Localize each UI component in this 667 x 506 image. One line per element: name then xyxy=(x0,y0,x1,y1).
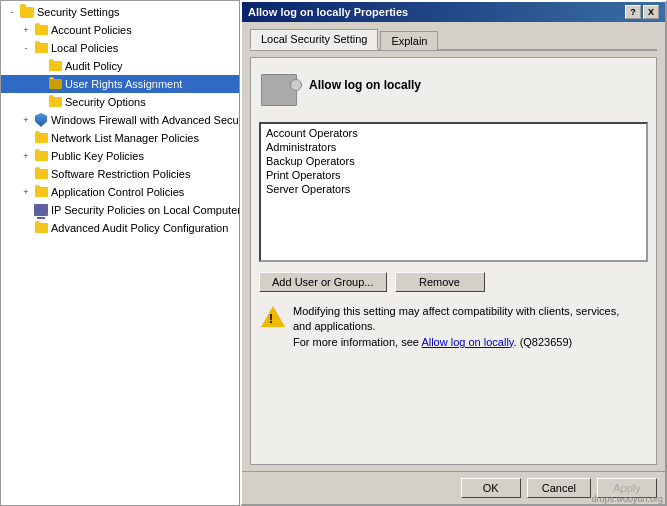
list-item[interactable]: Administrators xyxy=(263,140,644,154)
expander-audit xyxy=(33,59,47,73)
warning-area: Modifying this setting may affect compat… xyxy=(259,300,648,354)
expander-security-options xyxy=(33,95,47,109)
dialog-titlebar: Allow log on locally Properties ? X xyxy=(242,2,665,22)
tree-item-app-control[interactable]: + Application Control Policies xyxy=(1,183,239,201)
expander-security-settings[interactable]: - xyxy=(5,5,19,19)
tree-item-advanced-audit[interactable]: Advanced Audit Policy Configuration xyxy=(1,219,239,237)
expander-firewall[interactable]: + xyxy=(19,113,33,127)
add-user-group-button[interactable]: Add User or Group... xyxy=(259,272,387,292)
close-button[interactable]: X xyxy=(643,5,659,19)
folder-icon-software xyxy=(33,166,49,182)
ok-button[interactable]: OK xyxy=(461,478,521,498)
label-advanced-audit: Advanced Audit Policy Configuration xyxy=(51,222,228,234)
user-list[interactable]: Account Operators Administrators Backup … xyxy=(259,122,648,262)
tab-bar: Local Security Setting Explain xyxy=(250,28,657,51)
folder-icon-user-rights xyxy=(47,76,63,92)
tree-item-audit-policy[interactable]: Audit Policy xyxy=(1,57,239,75)
label-security-options: Security Options xyxy=(65,96,146,108)
label-account-policies: Account Policies xyxy=(51,24,132,36)
folder-icon-public-key xyxy=(33,148,49,164)
dialog-content: Local Security Setting Explain Allow log… xyxy=(242,22,665,471)
dialog-title: Allow log on locally Properties xyxy=(248,6,408,18)
tree-item-account-policies[interactable]: + Account Policies xyxy=(1,21,239,39)
tree-panel: - Security Settings + Account Policies -… xyxy=(0,0,240,506)
folder-icon-network xyxy=(33,130,49,146)
help-button[interactable]: ? xyxy=(625,5,641,19)
action-buttons: Add User or Group... Remove xyxy=(259,272,648,292)
policy-icon xyxy=(259,70,299,110)
label-windows-firewall: Windows Firewall with Advanced Security xyxy=(51,114,240,126)
expander-advanced-audit xyxy=(19,221,33,235)
tree-item-user-rights[interactable]: User Rights Assignment xyxy=(1,75,239,93)
tab-content-local-security: Allow log on locally Account Operators A… xyxy=(250,57,657,465)
label-user-rights: User Rights Assignment xyxy=(65,78,182,90)
list-item[interactable]: Print Operators xyxy=(263,168,644,182)
expander-local-policies[interactable]: - xyxy=(19,41,33,55)
list-item[interactable]: Account Operators xyxy=(263,126,644,140)
tab-explain[interactable]: Explain xyxy=(380,31,438,50)
warning-icon xyxy=(261,304,285,328)
warning-link[interactable]: Allow log on locally xyxy=(421,336,513,348)
tree-item-security-settings[interactable]: - Security Settings xyxy=(1,3,239,21)
tab-local-security[interactable]: Local Security Setting xyxy=(250,29,378,50)
list-item[interactable]: Server Operators xyxy=(263,182,644,196)
expander-ip-security xyxy=(19,203,33,217)
tree-item-security-options[interactable]: Security Options xyxy=(1,93,239,111)
label-app-control: Application Control Policies xyxy=(51,186,184,198)
label-security-settings: Security Settings xyxy=(37,6,120,18)
policy-icon-shape xyxy=(261,74,297,106)
folder-icon-local xyxy=(33,40,49,56)
cancel-button[interactable]: Cancel xyxy=(527,478,591,498)
shield-icon-firewall xyxy=(33,112,49,128)
label-public-key: Public Key Policies xyxy=(51,150,144,162)
dialog-title-buttons: ? X xyxy=(625,5,659,19)
list-item[interactable]: Backup Operators xyxy=(263,154,644,168)
watermark: drops.wooyun.org xyxy=(591,494,663,504)
folder-icon-audit xyxy=(47,58,63,74)
computer-icon-ip-security xyxy=(33,202,49,218)
policy-header: Allow log on locally xyxy=(259,66,648,114)
tree-item-public-key[interactable]: + Public Key Policies xyxy=(1,147,239,165)
expander-app-control[interactable]: + xyxy=(19,185,33,199)
folder-icon-security xyxy=(19,4,35,20)
tree-item-software-restriction[interactable]: Software Restriction Policies xyxy=(1,165,239,183)
expander-network xyxy=(19,131,33,145)
label-local-policies: Local Policies xyxy=(51,42,118,54)
folder-icon-app-control xyxy=(33,184,49,200)
expander-account-policies[interactable]: + xyxy=(19,23,33,37)
label-software-restriction: Software Restriction Policies xyxy=(51,168,190,180)
policy-name: Allow log on locally xyxy=(309,70,421,92)
label-network-list: Network List Manager Policies xyxy=(51,132,199,144)
remove-button[interactable]: Remove xyxy=(395,272,485,292)
properties-dialog: Allow log on locally Properties ? X Loca… xyxy=(240,0,667,506)
expander-software xyxy=(19,167,33,181)
folder-icon-account xyxy=(33,22,49,38)
label-ip-security: IP Security Policies on Local Computer xyxy=(51,204,240,216)
expander-public-key[interactable]: + xyxy=(19,149,33,163)
warning-text: Modifying this setting may affect compat… xyxy=(293,304,646,350)
tree-item-ip-security[interactable]: IP Security Policies on Local Computer xyxy=(1,201,239,219)
folder-icon-advanced-audit xyxy=(33,220,49,236)
expander-user-rights xyxy=(33,77,47,91)
folder-icon-security-options xyxy=(47,94,63,110)
tree-item-network-list[interactable]: Network List Manager Policies xyxy=(1,129,239,147)
warning-triangle-shape xyxy=(261,306,285,327)
tree-item-windows-firewall[interactable]: + Windows Firewall with Advanced Securit… xyxy=(1,111,239,129)
label-audit-policy: Audit Policy xyxy=(65,60,122,72)
tree-item-local-policies[interactable]: - Local Policies xyxy=(1,39,239,57)
